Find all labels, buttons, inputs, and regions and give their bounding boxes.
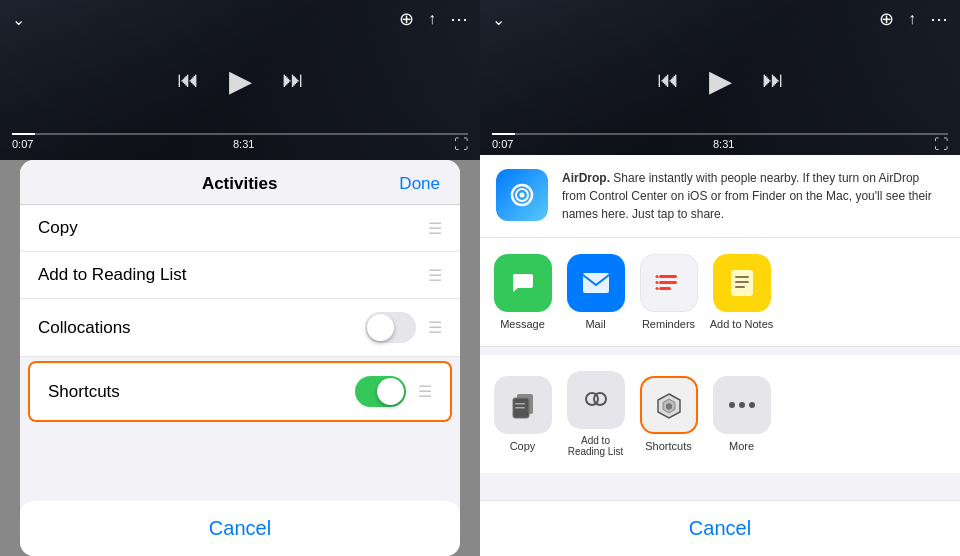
message-app[interactable]: Message — [490, 254, 555, 330]
current-time: 0:07 — [12, 138, 33, 150]
toggle-knob — [367, 314, 394, 341]
airdrop-description: AirDrop. Share instantly with people nea… — [562, 169, 944, 223]
shortcuts-label: Shortcuts — [48, 382, 120, 402]
copy-row-right: ☰ — [428, 219, 442, 238]
reading-list-action-label: Add toReading List — [568, 435, 624, 457]
sheet-title: Activities — [80, 174, 399, 194]
airdrop-desc-text: Share instantly with people nearby. If t… — [562, 171, 932, 221]
right-cancel-bar[interactable]: Cancel — [480, 500, 960, 556]
svg-rect-5 — [659, 281, 677, 284]
collocations-toggle[interactable] — [365, 312, 416, 343]
actions-row: Copy Add toReading List — [480, 355, 960, 473]
svg-rect-6 — [659, 287, 671, 290]
reorder-icon-2: ☰ — [428, 266, 442, 285]
right-progress-bar[interactable] — [492, 133, 948, 135]
mail-app[interactable]: Mail — [563, 254, 628, 330]
next-button[interactable]: ⏭ — [282, 67, 304, 93]
airdrop-banner: AirDrop. Share instantly with people nea… — [480, 155, 960, 238]
mail-icon — [567, 254, 625, 312]
right-share-icon[interactable]: ↑ — [908, 10, 916, 28]
fullscreen-icon[interactable]: ⛶ — [454, 136, 468, 152]
notes-label: Add to Notes — [710, 318, 774, 330]
copy-action-icon — [494, 376, 552, 434]
reorder-icon-3: ☰ — [428, 318, 442, 337]
reading-list-row[interactable]: Add to Reading List ☰ — [20, 252, 460, 299]
message-icon — [494, 254, 552, 312]
svg-point-8 — [655, 281, 658, 284]
done-button[interactable]: Done — [399, 174, 440, 194]
right-add-icon[interactable]: ⊕ — [879, 8, 894, 30]
right-prev-button[interactable]: ⏮ — [657, 67, 679, 93]
svg-point-19 — [594, 393, 606, 405]
progress-bar[interactable] — [12, 133, 468, 135]
svg-point-24 — [739, 402, 745, 408]
copy-action-label: Copy — [510, 440, 536, 452]
reading-list-action-icon — [567, 371, 625, 429]
activities-sheet: Activities Done Copy ☰ Add to Reading Li… — [20, 160, 460, 556]
right-fullscreen-icon[interactable]: ⛶ — [934, 136, 948, 152]
more-action-icon — [713, 376, 771, 434]
play-button[interactable]: ▶ — [229, 63, 252, 98]
progress-fill — [12, 133, 35, 135]
svg-rect-4 — [659, 275, 677, 278]
reorder-icon: ☰ — [428, 219, 442, 238]
right-video-area: ⌄ ⊕ ↑ ⋯ ⏮ ▶ ⏭ 0:07 8:31 ⛶ — [480, 0, 960, 160]
svg-point-25 — [749, 402, 755, 408]
right-total-time: 8:31 — [713, 138, 734, 150]
sheet-header: Activities Done — [20, 160, 460, 205]
mail-label: Mail — [585, 318, 605, 330]
shortcuts-toggle[interactable] — [355, 376, 406, 407]
right-progress-fill — [492, 133, 515, 135]
copy-label: Copy — [38, 218, 78, 238]
copy-action[interactable]: Copy — [490, 376, 555, 452]
video-bottom-controls: 0:07 8:31 ⛶ — [0, 136, 480, 152]
message-label: Message — [500, 318, 545, 330]
airdrop-icon — [496, 169, 548, 221]
shortcuts-row-right: ☰ — [355, 376, 432, 407]
reminders-icon — [640, 254, 698, 312]
left-cancel-bar[interactable]: Cancel — [20, 501, 460, 556]
reminders-app[interactable]: Reminders — [636, 254, 701, 330]
svg-rect-16 — [515, 403, 525, 405]
left-video-area: ⌄ ⊕ ↑ ⋯ ⏮ ▶ ⏭ 0:07 8:31 ⛶ — [0, 0, 480, 160]
right-cancel-label: Cancel — [689, 517, 751, 539]
shortcuts-action-icon — [640, 376, 698, 434]
add-to-queue-icon[interactable]: ⊕ — [399, 8, 414, 30]
collocations-row-right: ☰ — [365, 312, 442, 343]
more-action[interactable]: More — [709, 376, 774, 452]
right-video-center: ⏮ ▶ ⏭ — [657, 63, 784, 98]
svg-rect-12 — [735, 281, 749, 283]
right-video-top-controls: ⌄ ⊕ ↑ ⋯ — [480, 8, 960, 30]
right-current-time: 0:07 — [492, 138, 513, 150]
right-next-button[interactable]: ⏭ — [762, 67, 784, 93]
collocations-label: Collocations — [38, 318, 131, 338]
svg-point-9 — [655, 287, 658, 290]
share-icon[interactable]: ↑ — [428, 10, 436, 28]
screenshots-container: ⌄ ⊕ ↑ ⋯ ⏮ ▶ ⏭ 0:07 8:31 ⛶ — [0, 0, 960, 556]
left-phone-screen: ⌄ ⊕ ↑ ⋯ ⏮ ▶ ⏭ 0:07 8:31 ⛶ — [0, 0, 480, 556]
svg-point-23 — [729, 402, 735, 408]
collocations-row[interactable]: Collocations ☰ — [20, 299, 460, 357]
reading-list-label: Add to Reading List — [38, 265, 186, 285]
notes-app[interactable]: Add to Notes — [709, 254, 774, 330]
svg-point-7 — [655, 275, 658, 278]
down-arrow-icon[interactable]: ⌄ — [12, 10, 25, 29]
right-more-icon[interactable]: ⋯ — [930, 8, 948, 30]
video-center-controls: ⏮ ▶ ⏭ — [177, 63, 304, 98]
copy-row[interactable]: Copy ☰ — [20, 205, 460, 252]
activities-list: Copy ☰ Add to Reading List ☰ Collocation… — [20, 205, 460, 426]
share-sheet: AirDrop. Share instantly with people nea… — [480, 155, 960, 556]
svg-point-2 — [520, 193, 525, 198]
reading-list-action[interactable]: Add toReading List — [563, 371, 628, 457]
svg-rect-11 — [735, 276, 749, 278]
prev-button[interactable]: ⏮ — [177, 67, 199, 93]
right-play-button[interactable]: ▶ — [709, 63, 732, 98]
shortcuts-toggle-knob — [377, 378, 404, 405]
shortcuts-row[interactable]: Shortcuts ☰ — [28, 361, 452, 422]
apps-row: Message Mail — [480, 238, 960, 347]
svg-rect-3 — [583, 273, 609, 293]
more-icon[interactable]: ⋯ — [450, 8, 468, 30]
shortcuts-action[interactable]: Shortcuts — [636, 376, 701, 452]
cancel-label: Cancel — [209, 517, 271, 539]
right-down-arrow-icon[interactable]: ⌄ — [492, 10, 505, 29]
